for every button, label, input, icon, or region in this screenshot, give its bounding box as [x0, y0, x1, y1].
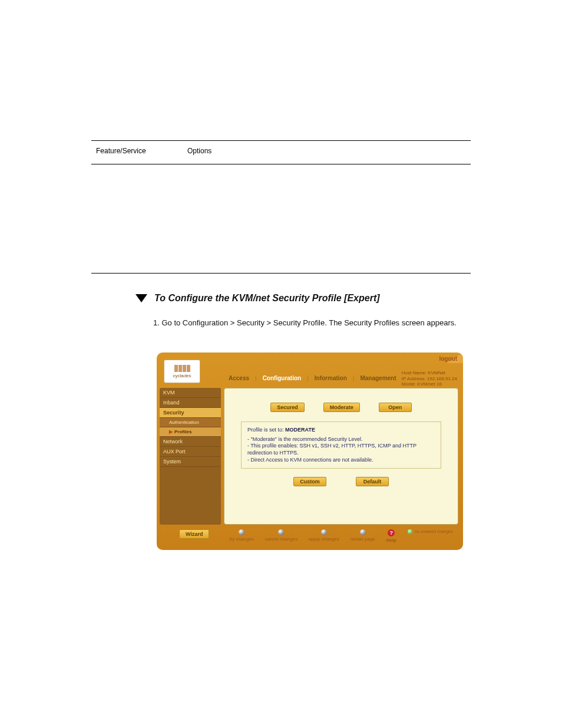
- feature-table: Feature/Service Options: [91, 140, 471, 274]
- brand-logo: cyclades: [164, 360, 200, 383]
- top-navigation: Access | Configuration | Information | M…: [229, 375, 396, 381]
- profile-info-box: Profile is set to: MODERATE "Moderate" i…: [241, 421, 441, 469]
- logo-bars-icon: [174, 365, 190, 372]
- dot-icon: [321, 529, 327, 535]
- unsaved-indicator: no unsaved changes: [408, 529, 453, 534]
- default-button[interactable]: Default: [356, 477, 389, 486]
- unsaved-label: no unsaved changes: [415, 529, 453, 534]
- moderate-button[interactable]: Moderate: [323, 403, 360, 412]
- dot-icon: [360, 529, 366, 535]
- table-header-feature: Feature/Service: [91, 141, 183, 164]
- footer-label: cancel changes: [265, 536, 298, 542]
- sidebar-item-network[interactable]: Network: [160, 437, 221, 447]
- footer-label: Help: [386, 538, 396, 543]
- profile-info-list: "Moderate" is the recommended Security L…: [247, 436, 435, 464]
- triangle-right-icon: ▶: [169, 429, 173, 434]
- procedure-heading: To Configure the KVM/net Security Profil…: [135, 293, 380, 304]
- sidebar-item-inband[interactable]: Inband: [160, 398, 221, 408]
- profile-heading-value: MODERATE: [285, 427, 315, 433]
- table-header-options: Options: [183, 141, 471, 164]
- footer-actions: try changes cancel changes apply changes…: [224, 529, 458, 547]
- host-name: Host Name: KVMNet: [402, 370, 457, 376]
- kvmnet-security-screenshot: logout cyclades Access | Configuration |…: [157, 353, 463, 550]
- cancel-changes-button[interactable]: cancel changes: [265, 529, 298, 542]
- secured-button[interactable]: Secured: [270, 403, 305, 412]
- nav-configuration[interactable]: Configuration: [263, 375, 302, 381]
- profile-info-item: This profile enables: SSH v1, SSH v2, HT…: [247, 443, 435, 456]
- sidebar-item-label: Profiles: [174, 429, 191, 434]
- profile-info-item: Direct Access to KVM connections are not…: [247, 457, 435, 464]
- sidebar-item-auxport[interactable]: AUX Port: [160, 447, 221, 457]
- footer-label: apply changes: [309, 536, 339, 542]
- try-changes-button[interactable]: try changes: [229, 529, 253, 542]
- profile-buttons-row-2: Custom Default: [224, 477, 458, 486]
- sidebar-item-authentication[interactable]: Authentication: [160, 418, 221, 427]
- sidebar-item-kvm[interactable]: KVM: [160, 388, 221, 398]
- procedure-step-1: 1. Go to Configuration > Security > Secu…: [153, 318, 457, 327]
- wizard-container: Wizard: [179, 529, 209, 539]
- host-ip: IP Address: 192.168.51.24: [402, 376, 457, 382]
- profile-info-heading: Profile is set to: MODERATE: [247, 427, 435, 434]
- nav-sep: |: [353, 375, 355, 381]
- reload-page-button[interactable]: reload page: [351, 529, 375, 542]
- led-icon: [408, 529, 412, 534]
- profile-buttons-row: Secured Moderate Open: [224, 403, 458, 412]
- open-button[interactable]: Open: [379, 403, 412, 412]
- host-model: Model: KVM/net 16: [402, 381, 457, 387]
- help-icon: ?: [388, 529, 395, 536]
- nav-sep: |: [307, 375, 309, 381]
- profile-heading-prefix: Profile is set to:: [247, 427, 284, 433]
- sidebar-item-label: Authentication: [169, 420, 199, 425]
- nav-sep: |: [255, 375, 257, 381]
- nav-information[interactable]: Information: [315, 375, 347, 381]
- logout-link[interactable]: logout: [439, 355, 457, 362]
- dot-icon: [239, 529, 244, 535]
- procedure-title: To Configure the KVM/net Security Profil…: [154, 293, 380, 304]
- footer-label: reload page: [351, 536, 375, 542]
- wizard-button[interactable]: Wizard: [179, 529, 209, 539]
- dot-icon: [278, 529, 284, 535]
- sidebar-item-profiles[interactable]: ▶ Profiles: [160, 427, 221, 437]
- triangle-down-icon: [135, 294, 147, 302]
- sidebar-item-security[interactable]: Security: [160, 408, 221, 418]
- footer-label: try changes: [229, 536, 253, 542]
- nav-management[interactable]: Management: [360, 375, 396, 381]
- custom-button[interactable]: Custom: [293, 477, 326, 486]
- host-info: Host Name: KVMNet IP Address: 192.168.51…: [402, 370, 457, 387]
- brand-name: cyclades: [173, 373, 191, 378]
- table-cell-feature: [91, 164, 183, 274]
- table-cell-options: [183, 164, 471, 274]
- nav-access[interactable]: Access: [229, 375, 249, 381]
- content-panel: Secured Moderate Open Profile is set to:…: [224, 388, 458, 525]
- profile-info-item: "Moderate" is the recommended Security L…: [247, 436, 435, 443]
- sidebar: KVM Inband Security Authentication ▶ Pro…: [160, 388, 221, 525]
- sidebar-item-system[interactable]: System: [160, 457, 221, 467]
- help-button[interactable]: ? Help: [386, 529, 396, 543]
- apply-changes-button[interactable]: apply changes: [309, 529, 339, 542]
